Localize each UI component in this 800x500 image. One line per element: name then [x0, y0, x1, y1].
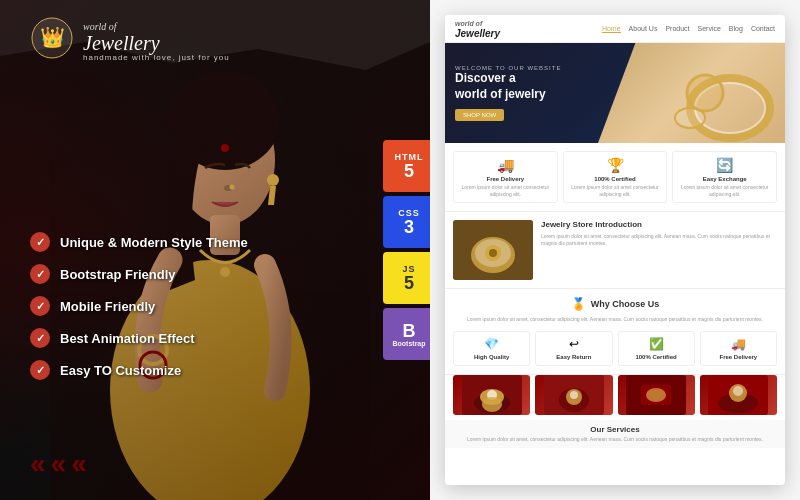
tech-badges: HTML 5 CSS 3 JS 5 B Bootstrap	[383, 140, 430, 360]
preview-hero-title: Discover a world of jewelry	[455, 71, 561, 102]
css-badge-num: 3	[404, 218, 414, 236]
preview-hero: Welcome to our website Discover a world …	[445, 43, 785, 143]
check-icon-5	[30, 360, 50, 380]
feature-item-2: Bootstrap Friendly	[30, 264, 248, 284]
nav-link-about[interactable]: About Us	[629, 25, 658, 33]
svg-point-30	[570, 391, 578, 399]
why-card-4: 🚚 Free Delivery	[700, 331, 777, 366]
html-badge: HTML 5	[383, 140, 430, 192]
service-desc-2: Lorem ipsum dolor sit amet consectetur a…	[567, 184, 664, 197]
feature-text-2: Bootstrap Friendly	[60, 267, 176, 282]
svg-point-16	[687, 75, 723, 111]
preview-container: world of Jewellery Home About Us Product…	[445, 15, 785, 485]
why-card-icon-4: 🚚	[704, 337, 773, 351]
why-desc: Lorem ipsum dolor sit amet, consectetur …	[453, 316, 777, 323]
jewelry-box-4	[700, 375, 777, 415]
jewelry-box-1	[453, 375, 530, 415]
service-desc-3: Lorem ipsum dolor sit amet consectetur a…	[676, 184, 773, 197]
preview-store-intro: Jewelry Store Introduction Lorem ipsum d…	[445, 212, 785, 289]
check-icon-3	[30, 296, 50, 316]
why-title-row: 🏅 Why Choose Us	[453, 297, 777, 311]
feature-item-5: Easy TO Customize	[30, 360, 248, 380]
why-card-title-2: Easy Return	[539, 354, 608, 360]
our-services-desc: Lorem ipsum dolor sit amet, consectetur …	[453, 436, 777, 443]
ring-decoration	[650, 58, 780, 143]
feature-text-5: Easy TO Customize	[60, 363, 181, 378]
feature-item-4: Best Animation Effect	[30, 328, 248, 348]
bootstrap-badge-label: Bootstrap	[392, 340, 425, 347]
chevron-1: «	[30, 448, 46, 480]
jewelry-box-gem-1	[482, 397, 502, 412]
store-intro-desc: Lorem ipsum dolor sit amet, consectetur …	[541, 233, 777, 247]
service-icon-2: 🏆	[567, 157, 664, 173]
logo-subtitle: handmade with love, just for you	[83, 53, 230, 62]
preview-hero-text: Welcome to our website Discover a world …	[455, 65, 561, 120]
why-card-title-3: 100% Certified	[622, 354, 691, 360]
nav-link-service[interactable]: Service	[698, 25, 721, 33]
why-card-title-1: High Quality	[457, 354, 526, 360]
js-badge-num: 5	[404, 274, 414, 292]
logo-jewellery: Jewellery	[83, 32, 160, 54]
right-panel: world of Jewellery Home About Us Product…	[430, 0, 800, 500]
service-card-1: 🚚 Free Delivery Lorem ipsum dolor sit am…	[453, 151, 558, 203]
service-title-2: 100% Certified	[567, 176, 664, 182]
left-panel: 👑 world of Jewellery handmade with love,…	[0, 0, 430, 500]
store-intro-image	[453, 220, 533, 280]
check-icon-2	[30, 264, 50, 284]
nav-link-contact[interactable]: Contact	[751, 25, 775, 33]
why-card-title-4: Free Delivery	[704, 354, 773, 360]
feature-text-3: Mobile Friendly	[60, 299, 155, 314]
chevron-3: «	[71, 448, 87, 480]
check-icon-1	[30, 232, 50, 252]
service-card-2: 🏆 100% Certified Lorem ipsum dolor sit a…	[563, 151, 668, 203]
why-card-icon-2: ↩	[539, 337, 608, 351]
features-list: Unique & Modern Style Theme Bootstrap Fr…	[30, 232, 248, 380]
logo-world: world of	[83, 21, 117, 32]
why-card-icon-3: ✅	[622, 337, 691, 351]
why-title: Why Choose Us	[591, 299, 660, 309]
why-cards: 💎 High Quality ↩ Easy Return ✅ 100% Cert…	[453, 331, 777, 366]
preview-our-services: Our Services Lorem ipsum dolor sit amet,…	[445, 420, 785, 448]
jewelry-box-3	[618, 375, 695, 415]
preview-logo: world of Jewellery	[455, 18, 500, 39]
js-badge: JS 5	[383, 252, 430, 304]
svg-point-22	[489, 249, 497, 257]
svg-point-33	[646, 388, 666, 402]
why-card-2: ↩ Easy Return	[535, 331, 612, 366]
preview-nav: world of Jewellery Home About Us Product…	[445, 15, 785, 43]
feature-item-1: Unique & Modern Style Theme	[30, 232, 248, 252]
service-desc-1: Lorem ipsum dolor sit amet consectetur a…	[457, 184, 554, 197]
logo-icon: 👑	[30, 16, 75, 61]
service-card-3: 🔄 Easy Exchange Lorem ipsum dolor sit am…	[672, 151, 777, 203]
html-badge-num: 5	[404, 162, 414, 180]
preview-services: 🚚 Free Delivery Lorem ipsum dolor sit am…	[445, 143, 785, 212]
store-intro-title: Jewelry Store Introduction	[541, 220, 777, 229]
nav-link-product[interactable]: Product	[665, 25, 689, 33]
feature-item-3: Mobile Friendly	[30, 296, 248, 316]
why-card-icon-1: 💎	[457, 337, 526, 351]
why-card-1: 💎 High Quality	[453, 331, 530, 366]
nav-link-home[interactable]: Home	[602, 25, 621, 33]
css-badge: CSS 3	[383, 196, 430, 248]
logo-text: world of Jewellery handmade with love, j…	[83, 15, 230, 62]
service-icon-3: 🔄	[676, 157, 773, 173]
store-intro-text: Jewelry Store Introduction Lorem ipsum d…	[541, 220, 777, 280]
nav-link-blog[interactable]: Blog	[729, 25, 743, 33]
service-title-3: Easy Exchange	[676, 176, 773, 182]
jewelry-box-2	[535, 375, 612, 415]
feature-text-1: Unique & Modern Style Theme	[60, 235, 248, 250]
bootstrap-badge-num: B	[403, 322, 416, 340]
chevron-decorations: « « «	[30, 448, 87, 480]
bootstrap-badge: B Bootstrap	[383, 308, 430, 360]
preview-hero-cta[interactable]: SHOP NOW	[455, 109, 504, 121]
why-card-3: ✅ 100% Certified	[618, 331, 695, 366]
logo-area: 👑 world of Jewellery handmade with love,…	[30, 15, 230, 62]
preview-hero-eyebrow: Welcome to our website	[455, 65, 561, 71]
our-services-title: Our Services	[453, 425, 777, 434]
main-container: 👑 world of Jewellery handmade with love,…	[0, 0, 800, 500]
preview-why: 🏅 Why Choose Us Lorem ipsum dolor sit am…	[445, 289, 785, 375]
svg-text:👑: 👑	[40, 25, 65, 49]
feature-text-4: Best Animation Effect	[60, 331, 195, 346]
chevron-2: «	[51, 448, 67, 480]
preview-nav-links: Home About Us Product Service Blog Conta…	[602, 25, 775, 33]
